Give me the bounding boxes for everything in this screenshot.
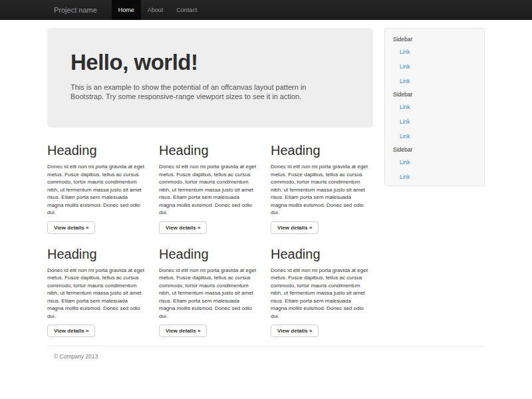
card-body: Donec id elit non mi porta gravida at eg… [271, 267, 369, 321]
sidebar-group-title: Sidebar [385, 144, 484, 155]
sidebar-link[interactable]: Link [385, 170, 484, 184]
card-body: Donec id elit non mi porta gravida at eg… [159, 267, 257, 321]
card: Heading Donec id elit non mi porta gravi… [159, 247, 257, 338]
sidebar-link[interactable]: Link [385, 114, 484, 129]
view-details-button[interactable]: View details » [159, 325, 207, 337]
navbar-inner: Project name Home About Contact [47, 0, 485, 20]
card-heading: Heading [47, 143, 146, 158]
main-column: Hello, world! This is an example to show… [47, 28, 373, 337]
view-details-button[interactable]: View details » [47, 325, 95, 337]
sidebar-column: Sidebar Link Link Link Sidebar Link Link… [384, 28, 485, 337]
sidebar-link[interactable]: Link [385, 74, 484, 88]
sidebar-group-title: Sidebar [385, 88, 484, 100]
card-heading: Heading [47, 247, 146, 261]
view-details-button[interactable]: View details » [159, 221, 207, 234]
sidebar-link[interactable]: Link [385, 59, 484, 74]
card: Heading Donec id elit non mi porta gravi… [159, 143, 257, 234]
jumbotron: Hello, world! This is an example to show… [47, 28, 373, 128]
footer: © Company 2013 [47, 353, 485, 360]
navbar: Project name Home About Contact [0, 0, 532, 20]
nav-item-contact[interactable]: Contact [170, 0, 203, 20]
nav-link-about[interactable]: About [141, 0, 170, 20]
nav-item-home[interactable]: Home [112, 0, 141, 20]
sidebar-group-title: Sidebar [385, 33, 484, 45]
nav-link-home[interactable]: Home [112, 0, 141, 20]
footer-divider [47, 346, 485, 346]
view-details-button[interactable]: View details » [47, 221, 95, 234]
card: Heading Donec id elit non mi porta gravi… [271, 247, 369, 338]
card-heading: Heading [159, 143, 257, 158]
card-body: Donec id elit non mi porta gravida at eg… [47, 267, 146, 321]
card: Heading Donec id elit non mi porta gravi… [271, 143, 369, 234]
sidebar-link[interactable]: Link [385, 45, 484, 59]
nav-link-contact[interactable]: Contact [170, 0, 203, 20]
navbar-brand[interactable]: Project name [47, 0, 104, 20]
card: Heading Donec id elit non mi porta gravi… [47, 143, 146, 234]
page-container: Hello, world! This is an example to show… [47, 28, 485, 360]
navbar-nav: Home About Contact [112, 0, 204, 20]
view-details-button[interactable]: View details » [271, 221, 319, 234]
sidebar: Sidebar Link Link Link Sidebar Link Link… [384, 28, 485, 186]
sidebar-link[interactable]: Link [385, 100, 484, 114]
cards-row-2: Heading Donec id elit non mi porta gravi… [47, 247, 373, 338]
cards-row-1: Heading Donec id elit non mi porta gravi… [47, 143, 373, 234]
content-row: Hello, world! This is an example to show… [47, 28, 485, 337]
card-heading: Heading [271, 247, 369, 261]
card-heading: Heading [159, 247, 257, 261]
card-heading: Heading [271, 143, 369, 158]
sidebar-link[interactable]: Link [385, 155, 484, 170]
card: Heading Donec id elit non mi porta gravi… [47, 247, 146, 338]
jumbotron-description: This is an example to show the potential… [70, 82, 323, 101]
view-details-button[interactable]: View details » [271, 325, 319, 337]
sidebar-link[interactable]: Link [385, 129, 484, 144]
card-body: Donec id elit non mi porta gravida at eg… [47, 163, 146, 217]
jumbotron-title: Hello, world! [70, 50, 349, 75]
card-body: Donec id elit non mi porta gravida at eg… [271, 163, 369, 217]
copyright-text: © Company 2013 [54, 353, 485, 360]
nav-item-about[interactable]: About [141, 0, 170, 20]
card-body: Donec id elit non mi porta gravida at eg… [159, 163, 257, 217]
